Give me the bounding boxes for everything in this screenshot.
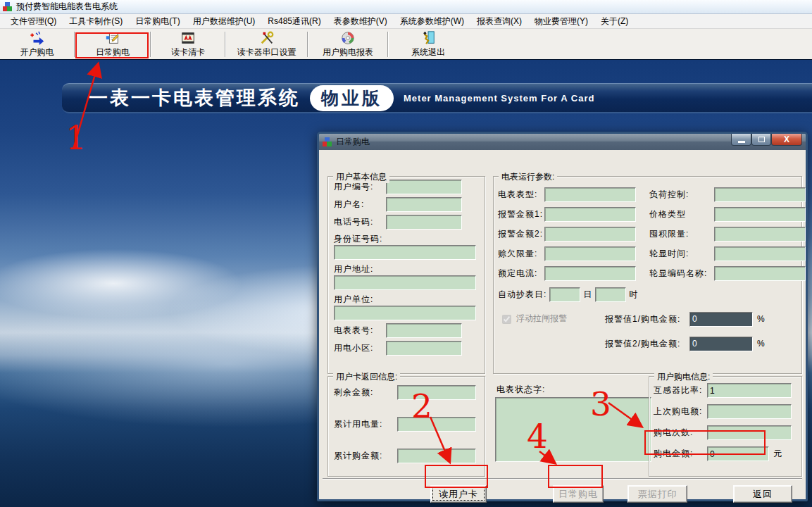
banner: 一表一卡电表管理系统 物业版 Meter Management System F… [62,83,812,113]
daily-purchase-icon [105,30,120,46]
user-name-input[interactable] [386,197,462,212]
print-ticket-button[interactable]: 票据打印 [627,485,687,503]
alarm-amount2-label: 报警金额2: [498,228,544,240]
toolbar-button-label: 日常购电 [96,46,130,58]
maximize-button[interactable] [751,134,771,146]
balance-label: 剩余金额: [334,387,397,399]
meter-status-textarea[interactable] [495,397,651,462]
credit-limit-input[interactable] [544,246,636,261]
purchase-count-input[interactable] [707,425,792,440]
menu-item-user-data-maintenance[interactable]: 用户数据维护(U) [187,14,262,29]
banner-subtitle: Meter Management System For A Card [404,93,594,104]
toolbar-button-label: 系统退出 [411,46,445,58]
toolbar-button-open-account[interactable]: 开户购电 [0,29,74,60]
alarm-amount1-label: 报警金额1: [498,208,544,220]
display-time-label: 轮显时间: [649,248,714,260]
rated-current-input[interactable] [544,266,636,281]
dialog-icon [323,137,332,147]
close-button[interactable]: X [771,134,802,146]
float-trip-alarm-label: 浮动拉闸报警 [516,313,567,325]
purchase-count-label: 购电次数: [654,427,707,439]
group-user-basic-info: 用户基本信息 用户编号: 用户名: 电话号码: 身份证号码: 用户地址: 用户单… [327,176,485,374]
balance-input[interactable] [397,385,476,400]
read-user-card-button[interactable]: 读用户卡 [430,485,487,503]
phone-input[interactable] [386,215,462,230]
yuan-suffix: 元 [773,448,782,460]
alarm-amount1-input[interactable] [544,207,636,222]
menu-item-file-management[interactable]: 文件管理(Q) [4,14,63,29]
address-label: 用户地址: [334,263,386,275]
hour-suffix: 时 [629,289,638,301]
total-energy-input[interactable] [397,417,476,432]
credit-limit-label: 赊欠限量: [498,248,544,260]
menu-item-meter-params-maintenance[interactable]: 表参数维护(V) [327,14,394,29]
meter-no-input[interactable] [386,323,462,338]
district-input[interactable] [386,341,462,356]
display-time-input[interactable] [714,246,806,261]
auto-read-day-input[interactable] [549,287,580,302]
dialog-window-controls: X [731,134,802,146]
district-label: 用电小区: [334,342,386,354]
read-clear-card-icon [180,30,196,46]
daily-purchase-button[interactable]: 日常购电 [553,485,604,503]
minimize-button[interactable] [731,134,751,146]
display-code-label: 轮显编码名称: [649,268,714,280]
ct-ratio-input[interactable] [707,383,792,398]
hoard-limit-input[interactable] [714,227,806,242]
meter-type-label: 电表表型: [498,189,544,201]
purchase-amount-label: 购电金额: [654,448,707,460]
meter-no-label: 电表表号: [334,325,386,337]
toolbar-button-label: 读卡清卡 [171,46,205,58]
toolbar-button-serial-port-settings[interactable]: 读卡器串口设置 [226,29,307,60]
alarm-amount2-input[interactable] [544,227,636,242]
toolbar: 开户购电 日常购电 读卡清卡 读卡器串口设置 用户购电报表 系统退出 [0,29,812,60]
menu-item-property-fee-management[interactable]: 物业费管理(Y) [528,14,594,29]
banner-title: 一表一卡电表管理系统 [89,85,300,111]
menu-item-system-params-maintenance[interactable]: 系统参数维护(W) [394,14,470,29]
company-label: 用户单位: [334,294,386,306]
toolbar-button-purchase-report[interactable]: 用户购电报表 [308,29,387,60]
last-purchase-label: 上次购电额: [654,406,707,418]
back-button[interactable]: 返回 [733,485,792,503]
meter-type-input[interactable] [544,187,636,202]
alarm-ratio1-input[interactable] [689,312,753,327]
user-name-label: 用户名: [334,199,386,211]
auto-read-hour-input[interactable] [595,287,626,302]
address-input[interactable] [334,275,476,290]
menu-item-daily-purchase[interactable]: 日常购电(T) [129,14,186,29]
menu-item-report-query[interactable]: 报表查询(X) [470,14,528,29]
menu-item-rs485-comm[interactable]: Rs485通讯(R) [261,14,327,29]
purchase-amount-input[interactable] [707,446,769,461]
toolbar-button-daily-purchase[interactable]: 日常购电 [75,29,150,60]
total-amount-input[interactable] [397,449,476,463]
id-card-label: 身份证号码: [334,233,386,245]
window-title: 预付费智能电能表售电系统 [16,1,118,13]
last-purchase-input[interactable] [707,404,792,419]
rated-current-label: 额定电流: [498,268,544,280]
hoard-limit-label: 囤积限量: [649,228,714,240]
ct-ratio-label: 互感器比率: [654,384,707,396]
load-control-label: 负荷控制: [649,189,714,201]
toolbar-button-system-exit[interactable]: 系统退出 [389,29,468,60]
company-input[interactable] [334,306,476,320]
group-card-return-info: 用户卡返回信息: 剩余金额: 累计用电量: 累计购金额: [327,376,485,477]
load-control-input[interactable] [714,187,806,202]
menu-item-tool-card-making[interactable]: 工具卡制作(S) [63,14,129,29]
button-bar-separator [323,478,802,480]
groupbox-title: 电表运行参数: [499,171,557,183]
price-type-input[interactable] [714,207,806,222]
groupbox-title: 用户购电信息: [654,371,713,383]
float-trip-alarm-checkbox[interactable] [502,315,511,324]
user-id-input[interactable] [386,180,462,194]
toolbar-button-label: 用户购电报表 [323,46,373,58]
group-purchase-info: 用户购电信息: 互感器比率: 上次购电额: 购电次数: 购电金额:元 [649,376,802,477]
dialog-client-area: 用户基本信息 用户编号: 用户名: 电话号码: 身份证号码: 用户地址: 用户单… [319,150,806,499]
alarm-ratio2-input[interactable] [689,337,753,351]
display-code-input[interactable] [714,266,806,281]
auto-read-day-label: 自动抄表日: [498,289,546,301]
system-exit-icon [420,30,436,46]
id-card-input[interactable] [334,245,476,260]
menu-item-about[interactable]: 关于(Z) [594,14,635,29]
toolbar-button-read-clear-card[interactable]: 读卡清卡 [151,29,225,60]
percent-suffix: % [757,339,765,349]
